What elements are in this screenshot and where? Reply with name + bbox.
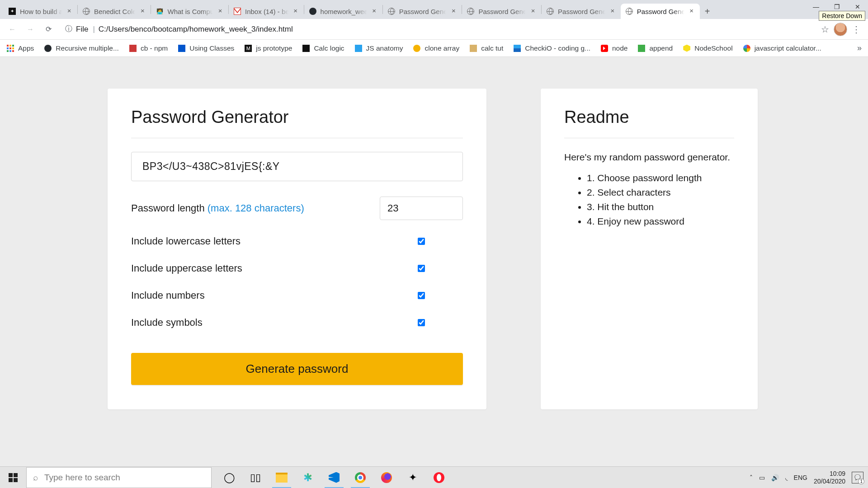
bookmarks-overflow-icon[interactable]: » [857, 43, 862, 53]
close-icon[interactable]: × [139, 8, 146, 15]
tab-title: Password Gene [558, 8, 606, 15]
readme-title: Readme [564, 108, 734, 127]
tab-1[interactable]: Benedict Cole × [78, 4, 151, 19]
bookmark-item[interactable]: calc tut [469, 44, 503, 52]
browser-tabstrip: ✦ How to build a × Benedict Cole × 🧑‍💻 W… [0, 0, 868, 19]
option-numbers-checkbox[interactable] [418, 292, 425, 299]
close-icon[interactable]: × [529, 8, 537, 15]
generate-button[interactable]: Generate password [131, 353, 463, 385]
bookmark-item[interactable]: clone array [413, 44, 459, 52]
tab-5[interactable]: Password Gene × [383, 4, 462, 19]
bookmark-item[interactable]: Mjs prototype [244, 44, 292, 52]
tab-8-active[interactable]: Password Gene × [621, 4, 700, 19]
bookmark-item[interactable]: Using Classes [178, 44, 234, 52]
bookmark-item[interactable]: cb - npm [129, 44, 168, 52]
bookmark-star-icon[interactable]: ☆ [821, 24, 829, 35]
close-icon[interactable]: × [609, 8, 616, 15]
forward-button[interactable]: → [23, 22, 38, 37]
close-icon[interactable]: × [450, 8, 457, 15]
firefox-icon[interactable] [373, 467, 400, 488]
wifi-icon[interactable]: ◟ [785, 474, 788, 481]
checkio-icon [513, 44, 521, 52]
windows-logo-icon [9, 473, 18, 482]
close-icon[interactable]: × [66, 8, 73, 15]
bookmark-item[interactable]: JS anatomy [354, 44, 403, 52]
tray-chevron-up-icon[interactable]: ˄ [750, 474, 753, 481]
system-tray: ˄ ▭ 🔊 ◟ ENG 10:09 20/04/2020 💬1 [750, 470, 868, 484]
tab-title: How to build a [20, 8, 63, 15]
back-button[interactable]: ← [5, 22, 20, 37]
cortana-icon[interactable]: ◯ [216, 467, 242, 488]
bookmark-item[interactable]: Recursive multiple... [44, 44, 119, 52]
volume-icon[interactable]: 🔊 [771, 474, 779, 481]
youtube-icon [600, 44, 609, 52]
readme-card: Readme Here's my random password generat… [541, 89, 758, 409]
reload-button[interactable]: ⟳ [41, 22, 56, 37]
url-path: C:/Users/benco/bootcamp/homework_week_3/… [99, 25, 293, 34]
length-input[interactable] [380, 197, 463, 220]
slack-icon[interactable]: ✱ [295, 467, 321, 488]
option-numbers-label: Include numbers [131, 290, 380, 301]
page-viewport: Password Generator Password length (max.… [0, 57, 868, 466]
chrome-icon[interactable] [347, 467, 373, 488]
option-uppercase-checkbox[interactable] [418, 265, 425, 272]
tab-title: homework_wee [321, 8, 368, 15]
tab-0[interactable]: ✦ How to build a × [4, 4, 77, 19]
tab-3[interactable]: Inbox (14) - be × [229, 4, 304, 19]
close-icon[interactable]: × [292, 8, 299, 15]
tab-title: What is Compu [167, 8, 214, 15]
favicon-icon [302, 44, 310, 52]
bookmark-item[interactable]: append [637, 44, 673, 52]
list-item: 3. Hit the button [587, 202, 734, 212]
option-symbols-checkbox[interactable] [418, 319, 425, 326]
readme-intro: Here's my random password generator. [564, 152, 734, 163]
chrome-menu-icon[interactable]: ⋮ [852, 24, 861, 35]
site-info-icon[interactable]: ⓘ [65, 24, 72, 34]
tab-7[interactable]: Password Gene × [542, 4, 621, 19]
option-lowercase-checkbox[interactable] [418, 238, 425, 245]
github-icon [309, 7, 317, 15]
profile-avatar[interactable] [834, 23, 847, 36]
close-icon[interactable]: × [217, 8, 224, 15]
tab-6[interactable]: Password Gene × [462, 4, 541, 19]
bookmark-item[interactable]: javascript calculator... [743, 44, 821, 52]
option-symbols-label: Include symbols [131, 317, 380, 328]
list-item: 4. Enjoy new password [587, 216, 734, 227]
globe-icon [82, 7, 90, 15]
medium-icon: M [244, 44, 252, 52]
opera-icon[interactable] [426, 467, 452, 488]
readme-steps: 1. Choose password length 2. Select char… [564, 173, 734, 227]
url-scheme: File [76, 25, 88, 34]
task-view-icon[interactable]: ▯▯ [242, 467, 269, 488]
address-bar[interactable]: ⓘ File | C:/Users/benco/bootcamp/homewor… [59, 22, 818, 37]
tab-4[interactable]: homework_wee × [304, 4, 382, 19]
apps-icon [6, 44, 14, 52]
page-title: Password Generator [131, 108, 463, 127]
start-button[interactable] [0, 467, 26, 488]
generator-card: Password Generator Password length (max.… [108, 89, 486, 409]
language-indicator[interactable]: ENG [794, 474, 807, 481]
tab-title: Password Gene [478, 8, 527, 15]
password-output[interactable] [131, 152, 463, 181]
bookmark-item[interactable]: CheckiO - coding g... [513, 44, 590, 52]
battery-icon[interactable]: ▭ [759, 474, 765, 481]
new-tab-button[interactable]: + [700, 4, 715, 19]
bookmark-item[interactable]: Calc logic [302, 44, 344, 52]
vscode-icon[interactable] [321, 467, 347, 488]
app-icon[interactable]: ✦ [400, 467, 426, 488]
bookmark-apps[interactable]: Apps [6, 44, 34, 52]
taskbar-clock[interactable]: 10:09 20/04/2020 [814, 470, 845, 484]
file-explorer-icon[interactable] [269, 467, 295, 488]
globe-icon [546, 7, 554, 15]
taskbar-search[interactable]: ⌕ Type here to search [26, 467, 212, 488]
close-icon[interactable]: × [371, 8, 378, 15]
action-center-icon[interactable]: 💬1 [852, 472, 863, 483]
bookmark-item[interactable]: node [600, 44, 627, 52]
browser-toolbar: ← → ⟳ ⓘ File | C:/Users/benco/bootcamp/h… [0, 19, 868, 40]
tab-2[interactable]: 🧑‍💻 What is Compu × [151, 4, 228, 19]
length-label: Password length (max. 128 characters) [131, 202, 380, 214]
list-item: 1. Choose password length [587, 173, 734, 183]
bookmark-item[interactable]: NodeSchool [683, 44, 732, 52]
favicon-icon [637, 44, 646, 52]
close-icon[interactable]: × [688, 8, 695, 15]
